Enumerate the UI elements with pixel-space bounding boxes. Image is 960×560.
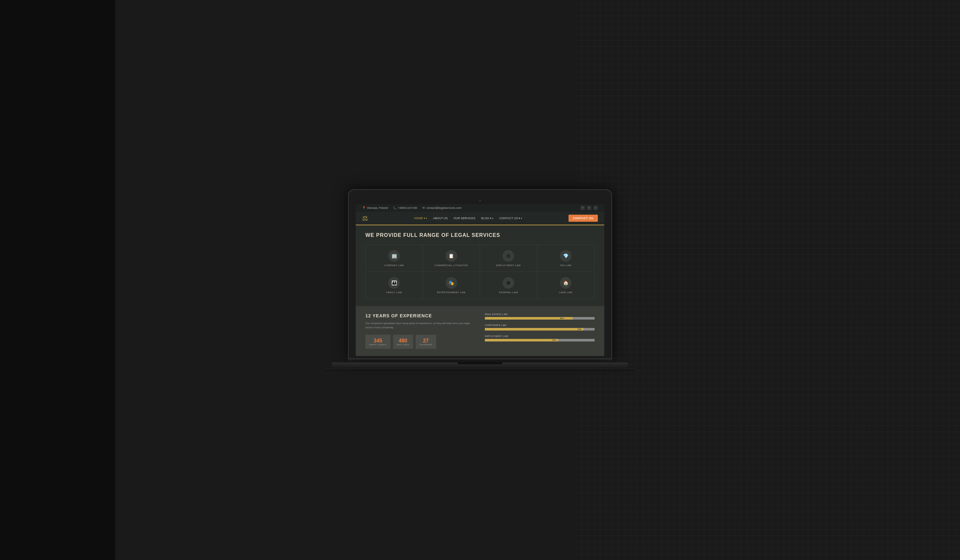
- company-law-label: COMPANY LAW: [384, 264, 404, 267]
- employment-value: 67%: [552, 339, 556, 341]
- stat-countries: 27 COUNTRIES: [416, 335, 436, 349]
- real-estate-bar-remainder: [573, 317, 595, 320]
- experience-section: 12 YEARS OF EXPERIENCE Our competent spe…: [356, 306, 604, 356]
- phone-icon: 📞: [393, 206, 397, 210]
- land-law-icon: 🏠: [560, 277, 571, 289]
- employment-law-icon: ⚖: [502, 250, 514, 262]
- nav-cta-button[interactable]: CONTACT US: [568, 215, 598, 222]
- real-estate-label: REAL ESTATE LAW: [485, 313, 595, 315]
- background-grid: [576, 0, 960, 560]
- topbar-left: 📍 Warsaw, Poland 📞 +48501157180 ✉ contac…: [362, 206, 462, 210]
- camera-dot: [479, 200, 481, 202]
- laptop-trackpad-notch: [458, 362, 502, 364]
- commercial-litigation-icon: 📋: [446, 250, 457, 262]
- email-icon: ✉: [422, 206, 425, 210]
- service-family-law[interactable]: 👪 FAMILY LAW: [366, 272, 423, 299]
- service-employment-law[interactable]: ⚖ EMPLOYMENT LAW: [480, 245, 537, 272]
- service-criminal-law[interactable]: ⚙ CRIMINAL LAW: [480, 272, 537, 299]
- service-entertainment-law[interactable]: 🎭 ENTERTAINMENT LAW: [423, 272, 480, 299]
- laptop-screen-bezel: 📍 Warsaw, Poland 📞 +48501157180 ✉ contac…: [348, 189, 612, 360]
- stat-countries-label: COUNTRIES: [419, 344, 432, 346]
- tax-law-icon: 💎: [560, 250, 571, 262]
- experience-title: 12 YEARS OF EXPERIENCE: [365, 313, 475, 318]
- employment-bar-fill: [485, 339, 558, 341]
- logo-icon: ⚖: [362, 214, 368, 222]
- instagram-icon[interactable]: i: [593, 206, 598, 210]
- progress-real-estate: REAL ESTATE LAW 80%: [485, 313, 595, 320]
- criminal-law-icon: ⚙: [502, 277, 514, 289]
- company-law-icon: 🏢: [388, 250, 400, 262]
- laptop-base: [332, 362, 628, 368]
- nav-links: HOME ▾ ABOUT US OUR SERVICES BLOG ▾ CONT…: [414, 217, 522, 220]
- topbar-phone: 📞 +48501157180: [393, 206, 417, 210]
- site-topbar: 📍 Warsaw, Poland 📞 +48501157180 ✉ contac…: [356, 204, 604, 212]
- employment-label: EMPLOYMENT LAW: [485, 335, 595, 337]
- topbar-location: 📍 Warsaw, Poland: [362, 206, 388, 210]
- nav-services[interactable]: OUR SERVICES: [454, 217, 475, 220]
- stat-win-cases: 480 WIN CASES: [393, 335, 413, 349]
- laptop-hinge: [348, 359, 612, 362]
- real-estate-value: 80%: [560, 317, 564, 319]
- real-estate-bar-fill: [485, 317, 573, 320]
- topbar-email: ✉ contact@legalservices.com: [422, 206, 462, 210]
- stat-countries-number: 27: [419, 338, 432, 344]
- entertainment-law-label: ENTERTAINMENT LAW: [437, 291, 466, 293]
- corporate-bar-remainder: [584, 328, 595, 331]
- real-estate-bar-bg: 80%: [485, 317, 595, 320]
- land-law-label: LAND LAW: [559, 291, 573, 293]
- site-hero: WE PROVIDE FULL RANGE OF LEGAL SERVICES …: [356, 225, 604, 306]
- employment-bar-remainder: [558, 339, 595, 341]
- criminal-law-label: CRIMINAL LAW: [499, 291, 518, 293]
- location-text: Warsaw, Poland: [367, 206, 388, 210]
- service-company-law[interactable]: 🏢 COMPANY LAW: [366, 245, 423, 272]
- commercial-litigation-label: COMMERCIAL LITIGATION: [435, 264, 468, 267]
- laptop-mockup: 📍 Warsaw, Poland 📞 +48501157180 ✉ contac…: [348, 189, 612, 371]
- camera-area: [356, 196, 604, 204]
- family-law-icon: 👪: [388, 277, 400, 289]
- experience-left: 12 YEARS OF EXPERIENCE Our competent spe…: [365, 313, 475, 349]
- twitter-icon[interactable]: t: [587, 206, 591, 210]
- nav-about[interactable]: ABOUT US: [433, 217, 448, 220]
- nav-contact[interactable]: CONTACT US ▾: [499, 217, 522, 220]
- corporate-bar-bg: 90%: [485, 328, 595, 331]
- nav-home[interactable]: HOME ▾: [414, 217, 427, 220]
- stat-happy-clients: 345 HAPPY CLIENTS: [365, 335, 390, 349]
- family-law-label: FAMILY LAW: [386, 291, 402, 293]
- facebook-icon[interactable]: f: [581, 206, 585, 210]
- topbar-social: f t i: [581, 206, 598, 210]
- website-screen: 📍 Warsaw, Poland 📞 +48501157180 ✉ contac…: [356, 204, 604, 356]
- hero-title: WE PROVIDE FULL RANGE OF LEGAL SERVICES: [365, 232, 595, 238]
- experience-right: REAL ESTATE LAW 80% CORPORATE LAW: [485, 313, 595, 349]
- location-icon: 📍: [362, 206, 366, 210]
- site-logo[interactable]: ⚖: [362, 214, 368, 222]
- services-grid: 🏢 COMPANY LAW 📋 COMMERCIAL LITIGATION ⚖ …: [365, 245, 595, 299]
- nav-blog[interactable]: BLOG ▾: [481, 217, 493, 220]
- corporate-label: CORPORATE LAW: [485, 324, 595, 326]
- tax-law-label: TAX LAW: [560, 264, 571, 267]
- service-land-law[interactable]: 🏠 LAND LAW: [537, 272, 595, 299]
- stat-cases-number: 480: [397, 338, 409, 344]
- stat-cases-label: WIN CASES: [397, 344, 409, 346]
- progress-employment: EMPLOYMENT LAW 67%: [485, 335, 595, 341]
- laptop-feet: [325, 368, 635, 371]
- service-tax-law[interactable]: 💎 TAX LAW: [537, 245, 595, 272]
- email-text: contact@legalservices.com: [426, 206, 462, 210]
- left-panel: [0, 0, 115, 560]
- stat-clients-number: 345: [369, 338, 387, 344]
- experience-description: Our competent specialists have many year…: [365, 322, 475, 330]
- service-commercial-litigation[interactable]: 📋 COMMERCIAL LITIGATION: [423, 245, 480, 272]
- employment-bar-bg: 67%: [485, 339, 595, 341]
- entertainment-law-icon: 🎭: [446, 277, 457, 289]
- site-nav: ⚖ HOME ▾ ABOUT US OUR SERVICES BLOG ▾ CO…: [356, 212, 604, 225]
- corporate-bar-fill: [485, 328, 584, 331]
- employment-law-label: EMPLOYMENT LAW: [496, 264, 521, 267]
- stat-clients-label: HAPPY CLIENTS: [369, 344, 387, 346]
- corporate-value: 90%: [578, 328, 581, 330]
- stats-row: 345 HAPPY CLIENTS 480 WIN CASES 27 COUNT…: [365, 335, 475, 349]
- phone-text: +48501157180: [398, 206, 417, 210]
- progress-corporate: CORPORATE LAW 90%: [485, 324, 595, 331]
